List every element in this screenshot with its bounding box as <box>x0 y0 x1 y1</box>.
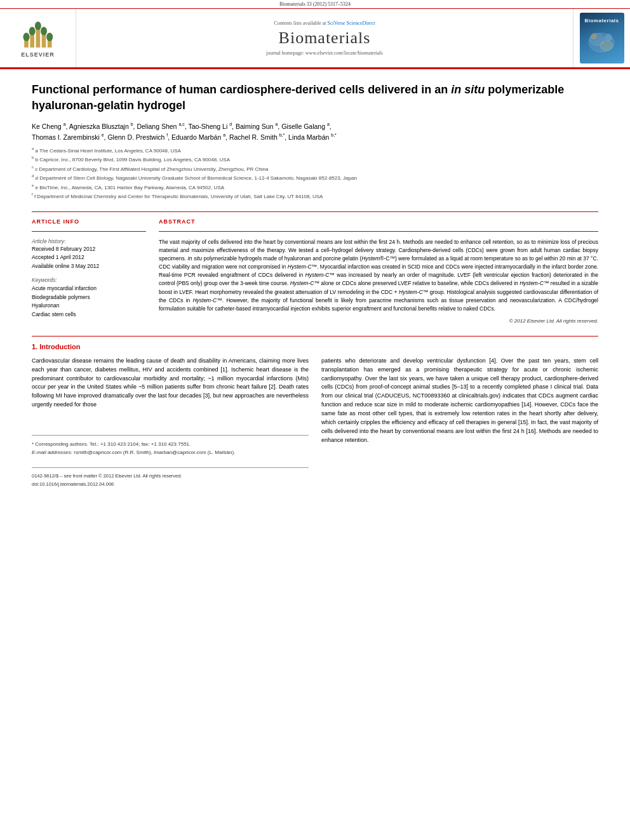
footnote-emails: rsmith@capricor.com (R.R. Smith), lmarba… <box>74 450 235 455</box>
journal-banner: ELSEVIER Contents lists available at Sci… <box>0 8 630 67</box>
received-date: Received 8 February 2012 <box>32 246 146 253</box>
biomaterials-badge-graphic <box>584 23 619 55</box>
biomaterials-logo-area: Biomaterials <box>573 9 630 67</box>
svg-point-7 <box>35 22 41 30</box>
sciverse-link[interactable]: SciVerse ScienceDirect <box>328 20 375 26</box>
biomaterials-badge-label: Biomaterials <box>584 18 619 23</box>
authors-line: Ke Cheng a, Agnieszka Blusztajn b, Delia… <box>32 121 598 142</box>
elsevier-label: ELSEVIER <box>21 51 55 58</box>
footnotes-area: * Corresponding authors. Tel.: +1 310 42… <box>32 435 309 457</box>
intro-body-columns: Cardiovascular disease remains the leadi… <box>32 357 598 487</box>
section-divider-4 <box>32 336 598 337</box>
keywords-label: Keywords: <box>32 277 146 283</box>
footnote-email-line: E-mail addresses: rsmith@capricor.com (R… <box>32 449 309 457</box>
biomaterials-badge: Biomaterials <box>580 13 624 63</box>
history-label: Article history: <box>32 238 146 244</box>
keyword-4: Cardiac stem cells <box>32 310 146 319</box>
keywords-list: Acute myocardial infarction Biodegradabl… <box>32 284 146 319</box>
doi-area: 0142-9612/$ – see front matter © 2012 El… <box>32 467 309 487</box>
svg-point-9 <box>47 33 53 41</box>
svg-point-6 <box>29 27 36 35</box>
article-info-column: ARTICLE INFO Article history: Received 8… <box>32 218 146 326</box>
accepted-date: Accepted 1 April 2012 <box>32 254 146 262</box>
keyword-2: Biodegradable polymers <box>32 293 146 302</box>
journal-header: Biomaterials 33 (2012) 5317–5324 <box>0 0 630 67</box>
section-divider-3 <box>159 231 598 232</box>
footnote-star-note: * Corresponding authors. Tel.: +1 310 42… <box>32 441 309 449</box>
affiliations: a a The Cedars-Sinai Heart Institute, Lo… <box>32 146 598 201</box>
elsevier-logo: ELSEVIER <box>21 18 55 58</box>
intro-right-text: patients who deteriorate and develop ven… <box>321 357 598 445</box>
journal-homepage: journal homepage: www.elsevier.com/locat… <box>266 50 383 56</box>
svg-point-5 <box>23 33 30 41</box>
introduction-section: 1. Introduction Cardiovascular disease r… <box>32 343 598 487</box>
article-history-block: Article history: Received 8 February 201… <box>32 238 146 271</box>
journal-meta-top: Biomaterials 33 (2012) 5317–5324 <box>0 0 630 8</box>
intro-left-col: Cardiovascular disease remains the leadi… <box>32 357 309 487</box>
copyright-line: © 2012 Elsevier Ltd. All rights reserved… <box>159 318 598 324</box>
sciverse-text: Contents lists available at SciVerse Sci… <box>274 20 375 26</box>
elsevier-logo-area: ELSEVIER <box>0 9 76 67</box>
svg-point-13 <box>591 33 597 39</box>
svg-rect-1 <box>30 34 35 48</box>
keyword-3: Hyaluronan <box>32 302 146 310</box>
journal-title: Biomaterials <box>279 29 371 48</box>
article-info-heading: ARTICLE INFO <box>32 218 146 225</box>
svg-rect-3 <box>42 34 46 48</box>
journal-center: Contents lists available at SciVerse Sci… <box>76 9 573 67</box>
intro-left-text: Cardiovascular disease remains the leadi… <box>32 357 309 410</box>
keywords-block: Keywords: Acute myocardial infarction Bi… <box>32 277 146 319</box>
journal-citation: Biomaterials 33 (2012) 5317–5324 <box>279 1 351 7</box>
keyword-1: Acute myocardial infarction <box>32 284 146 293</box>
article-title-text: Functional performance of human cardiosp… <box>32 83 564 112</box>
elsevier-tree-icon <box>22 18 53 50</box>
svg-point-14 <box>605 34 612 41</box>
doi-line: doi:10.1016/j.biomaterials.2012.04.006 <box>32 481 309 487</box>
issn-line: 0142-9612/$ – see front matter © 2012 El… <box>32 473 309 479</box>
abstract-heading: ABSTRACT <box>159 218 598 225</box>
svg-point-8 <box>41 27 47 35</box>
abstract-column: ABSTRACT The vast majority of cells deli… <box>159 218 598 326</box>
article-title: Functional performance of human cardiosp… <box>32 82 598 114</box>
intro-heading: 1. Introduction <box>32 343 598 350</box>
available-date: Available online 3 May 2012 <box>32 263 146 270</box>
article-content: Functional performance of human cardiosp… <box>0 69 630 500</box>
svg-rect-2 <box>36 29 41 48</box>
intro-right-col: patients who deteriorate and develop ven… <box>321 357 598 487</box>
article-info-abstract-area: ARTICLE INFO Article history: Received 8… <box>32 218 598 326</box>
section-divider-1 <box>32 211 598 212</box>
section-divider-2 <box>32 231 146 232</box>
svg-point-12 <box>600 41 613 51</box>
abstract-text: The vast majority of cells delivered int… <box>159 238 598 314</box>
footnote-email-label: E-mail addresses: <box>32 450 72 455</box>
